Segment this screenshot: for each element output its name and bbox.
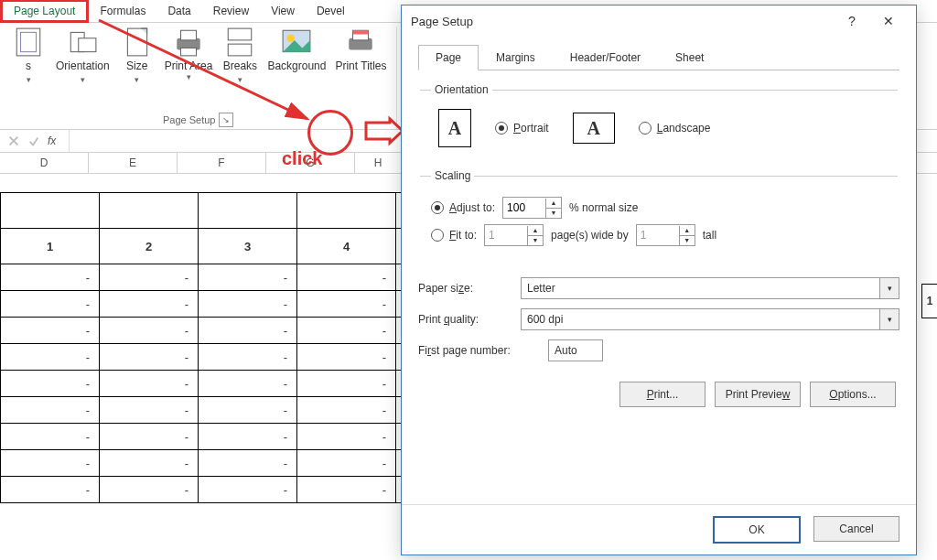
fit-tall-spinner[interactable]: ▲▼ [636,224,695,246]
fx-icon[interactable]: fx [48,135,56,147]
fit-wide-suffix: page(s) wide by [551,229,629,242]
annotation-click-label: click [282,148,322,169]
adjust-suffix: % normal size [569,201,638,214]
portrait-icon: A [438,109,471,147]
svg-rect-9 [229,44,253,56]
print-quality-combo[interactable]: 600 dpi▾ [521,308,899,330]
first-page-input[interactable]: Auto [548,339,603,361]
chevron-down-icon[interactable]: ▾ [879,309,899,329]
orientation-group: Orientation A Portrait A Landscape [420,83,898,156]
print-titles-icon [345,27,376,58]
background-button[interactable]: Background [263,27,330,72]
dialog-titlebar: Page Setup ? ✕ [402,5,916,37]
fit-wide-spinner[interactable]: ▲▼ [484,224,544,246]
tab-developer[interactable]: Devel [306,2,356,20]
chevron-down-icon[interactable]: ▾ [879,278,899,298]
cancel-icon[interactable] [7,135,20,147]
dialog-help-button[interactable]: ? [834,14,870,28]
dialog-footer: OK Cancel [402,504,916,555]
landscape-radio[interactable]: Landscape [639,122,711,135]
print-button[interactable]: Print... [619,382,705,407]
fit-tall-suffix: tall [703,229,716,242]
first-page-label: First page number: [418,344,537,357]
scaling-legend: Scaling [431,169,474,182]
edge-cell: 1 [921,284,937,318]
svg-rect-8 [229,28,253,40]
size-button[interactable]: Size▾ [114,27,160,86]
orientation-button[interactable]: Orientation▾ [51,27,114,86]
dialog-tab-sheet[interactable]: Sheet [658,45,721,70]
options-button[interactable]: Options... [810,382,896,407]
svg-point-11 [287,35,296,43]
print-quality-label: Print quality: [418,313,510,326]
tab-formulas[interactable]: Formulas [89,2,156,20]
print-preview-button[interactable]: Print Preview [715,382,801,407]
margins-icon [13,27,44,58]
dialog-close-button[interactable]: ✕ [870,14,907,28]
tab-review[interactable]: Review [202,2,260,20]
print-area-button[interactable]: Print Area▾ [160,27,218,81]
tab-data[interactable]: Data [156,2,201,20]
orientation-icon [67,27,98,58]
col-header[interactable]: D [0,153,89,173]
table-header: 3 [199,229,297,264]
table-header: 2 [100,229,199,264]
print-area-icon [173,27,204,58]
breaks-button[interactable]: Breaks▾ [217,27,263,86]
orientation-legend: Orientation [431,83,492,96]
svg-rect-4 [127,28,146,56]
table-header: 1 [1,229,100,264]
size-icon [122,27,153,58]
adjust-to-spinner[interactable]: ▲▼ [502,197,562,219]
tab-view[interactable]: View [260,2,306,20]
svg-rect-3 [79,38,96,52]
dialog-title: Page Setup [411,15,473,28]
paper-size-combo[interactable]: Letter▾ [521,277,899,299]
page-setup-dialog: Page Setup ? ✕ Page Margins Header/Foote… [401,5,917,555]
dialog-tab-margins[interactable]: Margins [479,45,553,70]
dialog-tab-header-footer[interactable]: Header/Footer [553,45,658,70]
cancel-button[interactable]: Cancel [813,516,899,542]
margins-button[interactable]: s▾ [5,27,51,86]
svg-rect-7 [181,48,197,56]
col-header[interactable]: H [355,153,402,173]
scaling-group: Scaling Adjust to: ▲▼ % normal size Fit … [420,169,898,257]
print-titles-button[interactable]: Print Titles [330,27,391,72]
tab-page-layout[interactable]: Page Layout [0,0,89,23]
breaks-icon [224,27,255,58]
dialog-tab-page[interactable]: Page [418,45,479,70]
svg-rect-6 [181,30,197,40]
portrait-radio[interactable]: Portrait [495,122,549,135]
page-setup-dialog-launcher[interactable]: ↘ [219,113,233,127]
background-icon [281,27,312,58]
table-header: 4 [297,229,396,264]
col-header[interactable]: E [89,153,178,173]
paper-size-label: Paper size: [418,282,510,295]
enter-icon[interactable] [27,135,40,147]
group-label-page-setup: Page Setup [163,114,216,125]
ok-button[interactable]: OK [713,516,801,544]
landscape-icon: A [573,113,615,144]
fit-to-radio[interactable]: Fit to: [431,229,477,242]
adjust-to-radio[interactable]: Adjust to: [431,201,495,214]
svg-rect-14 [353,30,369,34]
dialog-tabs: Page Margins Header/Footer Sheet [418,44,899,70]
col-header[interactable]: F [178,153,266,173]
